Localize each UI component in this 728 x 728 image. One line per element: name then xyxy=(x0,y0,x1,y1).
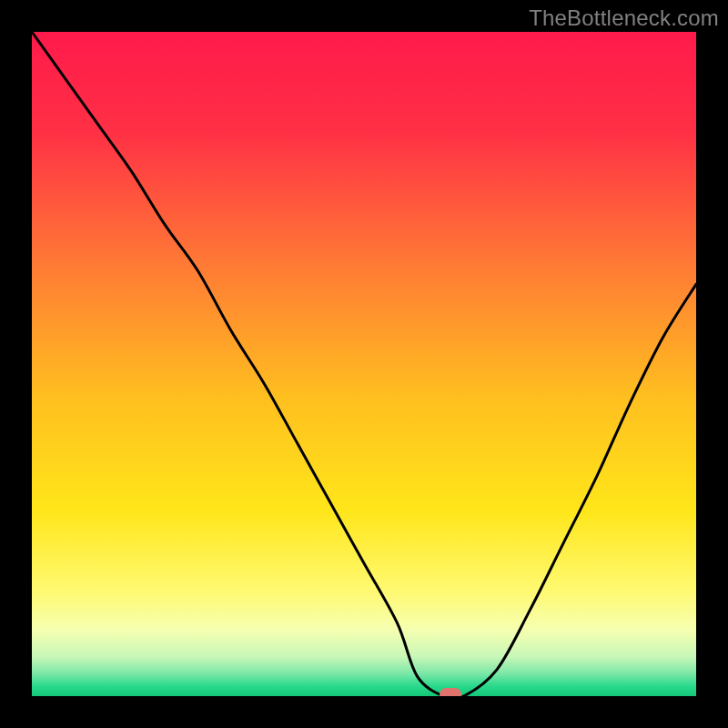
chart-frame: TheBottleneck.com xyxy=(0,0,728,728)
optimal-point-marker xyxy=(440,688,461,696)
bottleneck-curve xyxy=(32,32,696,696)
plot-area xyxy=(32,32,696,696)
watermark-text: TheBottleneck.com xyxy=(529,5,719,31)
